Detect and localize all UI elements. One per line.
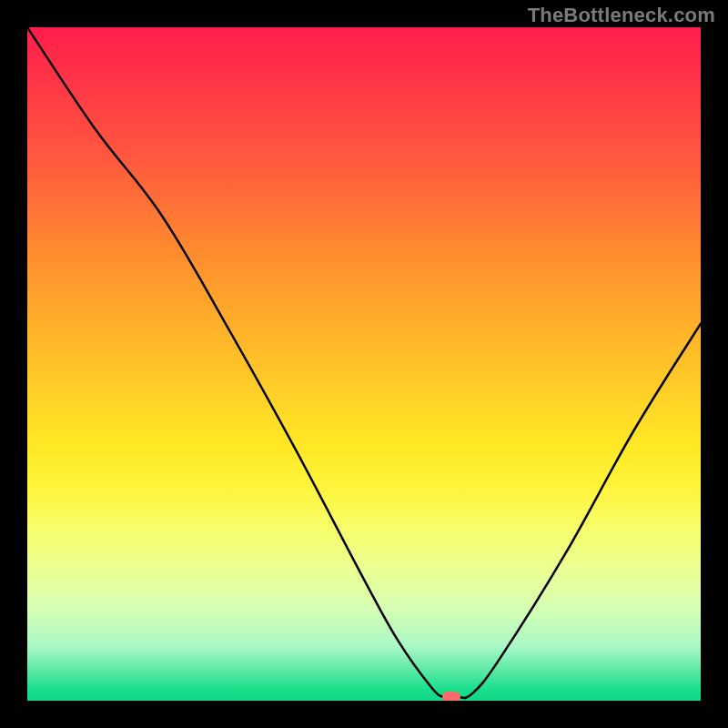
- chart-frame: TheBottleneck.com: [0, 0, 728, 728]
- optimum-marker: [442, 692, 460, 701]
- curve-layer: [27, 27, 701, 701]
- bottleneck-curve: [27, 27, 701, 698]
- plot-area: [27, 27, 701, 701]
- attribution-text: TheBottleneck.com: [528, 4, 715, 27]
